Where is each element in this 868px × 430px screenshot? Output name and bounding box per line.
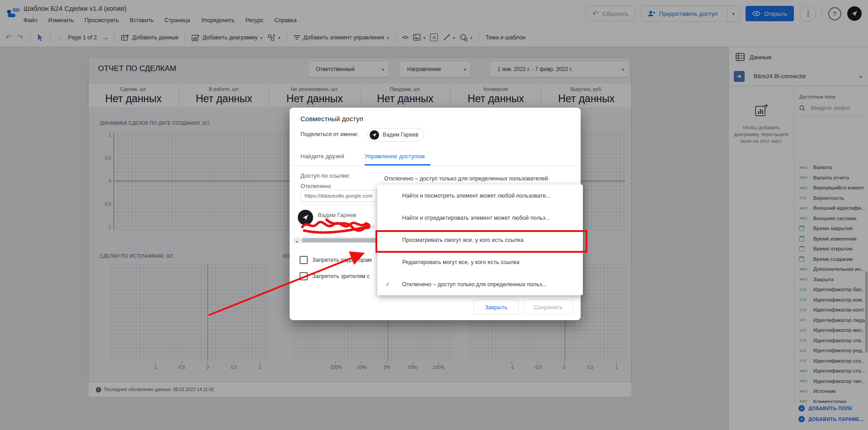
checkbox-icon[interactable] xyxy=(300,272,308,280)
access-option-label: Редактировать могут все, у кого есть ссы… xyxy=(402,259,519,265)
share-as-label: Поделиться от имени: xyxy=(300,131,358,137)
annotation-highlight-box xyxy=(375,230,587,253)
checkbox-label: Запретить редакторам xyxy=(312,257,372,263)
owner-name: Вадим Гареев xyxy=(383,132,418,138)
access-option-label: Отключено – доступ только для определенн… xyxy=(402,281,547,288)
access-menu-option[interactable]: Найти и отредактировать элемент может лю… xyxy=(377,207,583,229)
check-icon xyxy=(385,281,402,288)
owner-avatar xyxy=(370,130,379,140)
owner-chip[interactable]: Вадим Гареев xyxy=(367,128,424,142)
access-menu-option[interactable]: Отключено – доступ только для определенн… xyxy=(377,273,583,295)
dialog-title: Совместный доступ xyxy=(300,115,363,123)
tab-invite-people[interactable]: Найдите друзей xyxy=(300,153,344,160)
access-option-label: Найти и посмотреть элемент может любой п… xyxy=(402,193,550,199)
close-button[interactable]: Закрыть xyxy=(474,299,519,315)
restrict-viewers-option[interactable]: Запретить зрителям с xyxy=(300,272,370,280)
access-menu-option[interactable]: Найти и посмотреть элемент может любой п… xyxy=(377,184,583,207)
save-button: Сохранить xyxy=(523,299,573,315)
restrict-editors-option[interactable]: Запретить редакторам xyxy=(300,256,372,264)
tabs-divider xyxy=(290,165,581,166)
scroll-left-icon[interactable] xyxy=(293,236,300,245)
checkbox-label: Запретить зрителям с xyxy=(312,273,370,279)
looker-studio-app: Шаблон Б24 Сделки v1.4 (копия) Файл Изме… xyxy=(0,0,868,430)
access-menu-option[interactable]: Редактировать могут все, у кого есть ссы… xyxy=(377,251,583,273)
link-access-value: Отключено xyxy=(300,183,331,189)
link-access-label: Доступ по ссылке: xyxy=(300,172,350,179)
access-option-label: Найти и отредактировать элемент может лю… xyxy=(402,215,550,221)
link-access-select[interactable]: Отключено – доступ только для определенн… xyxy=(384,175,578,182)
checkbox-icon[interactable] xyxy=(300,256,308,264)
scrollbar-thumb[interactable] xyxy=(302,238,386,242)
tab-manage-access[interactable]: Управление доступом xyxy=(365,153,425,160)
